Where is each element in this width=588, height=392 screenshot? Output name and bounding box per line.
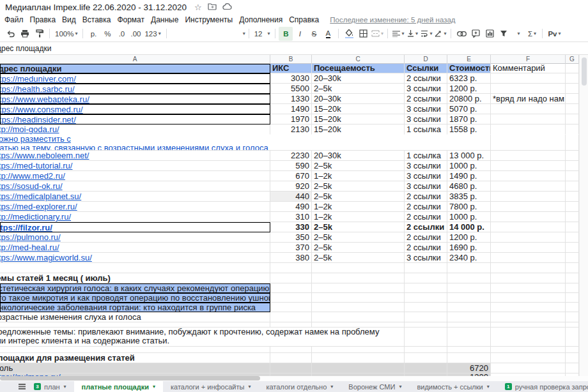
cell-21-a[interactable]: Эстетическая хирургия голоса: в каких сл…: [0, 283, 270, 293]
cell-25-f[interactable]: [491, 322, 566, 328]
cell-12-d[interactable]: 2 ссылки: [405, 192, 447, 202]
print-button[interactable]: [18, 27, 32, 41]
cell-20-c[interactable]: [312, 273, 405, 283]
document-title[interactable]: Медиаплан Impex.life 22.06.2020 - 31.12.…: [5, 3, 187, 12]
cell-19-b[interactable]: [270, 263, 312, 273]
cell-2-c[interactable]: 2–5k: [312, 84, 405, 94]
vertical-align-button[interactable]: ▾: [405, 27, 419, 41]
cell-15-d[interactable]: 2 ссылки: [405, 222, 447, 232]
cell-23-g[interactable]: [566, 303, 579, 312]
cell-28-d[interactable]: [405, 353, 447, 363]
sheet-tab-menu-arrow[interactable]: ▾: [487, 384, 490, 389]
cell-16-f[interactable]: [491, 232, 566, 243]
cell-3-d[interactable]: 2 ссылки: [405, 94, 447, 104]
cell-23-d[interactable]: [405, 303, 447, 312]
column-header-C[interactable]: C: [312, 55, 405, 64]
cell-11-a[interactable]: https://sosud-ok.ru/: [0, 181, 270, 192]
column-header-F[interactable]: F: [491, 55, 566, 64]
menu-item-0[interactable]: Файл: [1, 15, 27, 24]
cell-13-e[interactable]: 7800 р.: [447, 202, 491, 212]
menu-item-7[interactable]: Дополнения: [236, 15, 286, 24]
cell-3-b[interactable]: 1330: [270, 94, 312, 104]
cell-15-a[interactable]: https://filzor.ru/: [0, 222, 270, 232]
cell-20-b[interactable]: [270, 273, 312, 283]
cell-5-g[interactable]: [566, 114, 579, 124]
text-rotation-button[interactable]: ▾: [433, 27, 447, 41]
cell-13-f[interactable]: [491, 202, 566, 212]
cell-27-b[interactable]: [270, 347, 312, 353]
cell-12-e[interactable]: 3835 р.: [447, 192, 491, 202]
font-select[interactable]: ▾: [170, 31, 245, 36]
sheet-tab-0[interactable]: 3план▾: [26, 381, 74, 392]
cell-18-e[interactable]: 2340 р.: [447, 253, 491, 263]
sheet-tab-3[interactable]: каталоги отдельно▾: [258, 381, 341, 392]
cell-15-c[interactable]: 2–5k: [312, 222, 405, 232]
cell-25-g[interactable]: [566, 322, 579, 328]
cell-6-c[interactable]: 15–20k: [312, 124, 405, 135]
menu-item-6[interactable]: Инструменты: [182, 15, 236, 24]
cell-15-f[interactable]: [491, 222, 566, 232]
cell-2-b[interactable]: 5500: [270, 84, 312, 94]
cell-0-b[interactable]: ИКС: [270, 64, 312, 73]
cell-21-d[interactable]: [405, 283, 447, 293]
cell-24-g[interactable]: [566, 312, 579, 322]
cell-2-a[interactable]: https://health.sarbc.ru/: [0, 84, 270, 94]
borders-button[interactable]: [356, 27, 370, 41]
sheet-tab-2[interactable]: каталоги + инфосайты▾: [163, 381, 258, 392]
cell-20-e[interactable]: [447, 273, 491, 283]
text-wrap-button[interactable]: ▾: [419, 27, 433, 41]
cell-21-e[interactable]: [447, 283, 491, 293]
cell-16-a[interactable]: https://pulmono.ru/: [0, 232, 270, 243]
formula-bar-value[interactable]: Адрес площадки: [0, 44, 588, 53]
cell-2-f[interactable]: [491, 84, 566, 94]
cell-3-e[interactable]: 20800 р.: [447, 94, 491, 104]
cell-11-c[interactable]: 2–5k: [312, 181, 405, 192]
font-size-select[interactable]: 12▾: [252, 27, 272, 41]
cell-24-e[interactable]: [447, 312, 491, 322]
cell-23-e[interactable]: [447, 303, 491, 312]
cell-18-b[interactable]: 380: [270, 253, 312, 263]
cell-8-b[interactable]: 2230: [270, 151, 312, 161]
cell-8-a[interactable]: https://www.neboleem.net/: [0, 151, 270, 161]
percent-format-button[interactable]: %: [100, 27, 114, 41]
cell-4-f[interactable]: [491, 104, 566, 114]
cell-18-f[interactable]: [491, 253, 566, 263]
increase-decimal-button[interactable]: .00: [128, 27, 143, 41]
cell-19-e[interactable]: [447, 263, 491, 273]
cell-12-g[interactable]: [566, 192, 579, 202]
cell-1-f[interactable]: [491, 73, 566, 84]
cell-25-b[interactable]: [270, 322, 312, 328]
cell-18-d[interactable]: 3 ссылки: [405, 253, 447, 263]
currency-format-button[interactable]: р.: [86, 27, 100, 41]
sheet-tab-4[interactable]: Воронеж СМИ▾: [341, 381, 409, 392]
cell-4-d[interactable]: 3 ссылки: [405, 104, 447, 114]
cell-24-d[interactable]: [405, 312, 447, 322]
cell-22-c[interactable]: [312, 293, 405, 303]
cell-24-a[interactable]: Возрастные изменения слуха и голоса: [0, 312, 270, 322]
cell-15-b[interactable]: 330: [270, 222, 312, 232]
cell-12-f[interactable]: [491, 192, 566, 202]
filter-button[interactable]: [497, 27, 511, 41]
cell-4-a[interactable]: https://www.consmed.ru/: [0, 104, 270, 114]
cell-8-d[interactable]: 1 ссылка: [405, 151, 447, 161]
cell-11-g[interactable]: [566, 181, 579, 192]
cell-16-b[interactable]: 350: [270, 232, 312, 243]
cell-17-g[interactable]: [566, 243, 579, 253]
cell-22-g[interactable]: [566, 293, 579, 303]
fill-color-button[interactable]: [342, 27, 356, 41]
decrease-decimal-button[interactable]: .0: [114, 27, 128, 41]
cell-14-g[interactable]: [566, 212, 579, 222]
cell-10-g[interactable]: [566, 171, 579, 181]
horizontal-align-button[interactable]: ▾: [391, 27, 405, 41]
cell-10-a[interactable]: http://www.med2.ru/: [0, 171, 270, 181]
vertical-scrollbar-thumb[interactable]: [582, 57, 587, 86]
cell-3-c[interactable]: 20–30k: [312, 94, 405, 104]
cell-12-c[interactable]: 2–5k: [312, 192, 405, 202]
cell-7-f[interactable]: [491, 135, 566, 151]
cell-24-f[interactable]: [491, 312, 566, 322]
move-to-folder-icon[interactable]: [208, 1, 217, 13]
cell-7-g[interactable]: [566, 135, 579, 151]
cell-14-d[interactable]: 2 ссылки: [405, 212, 447, 222]
cell-19-g[interactable]: [566, 263, 579, 273]
cell-27-d[interactable]: [405, 347, 447, 353]
